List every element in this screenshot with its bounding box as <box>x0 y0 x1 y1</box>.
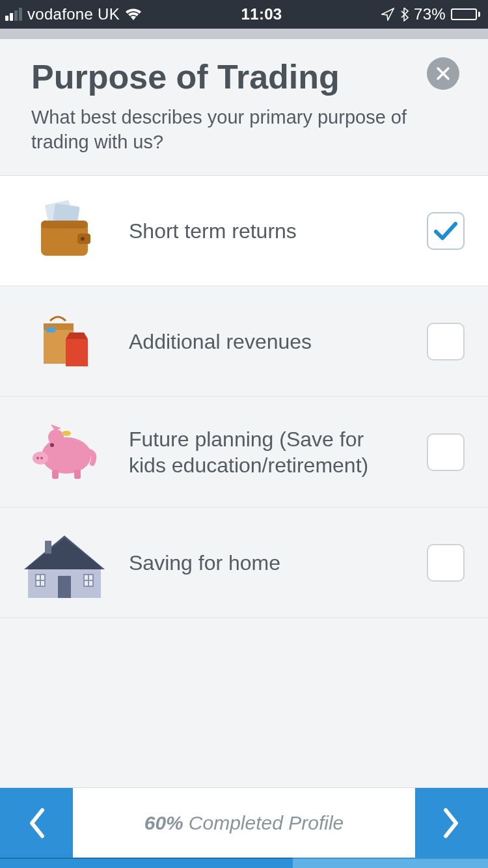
battery-pct: 73% <box>414 5 446 23</box>
svg-rect-24 <box>58 576 71 598</box>
close-icon <box>436 66 450 81</box>
svg-point-5 <box>81 237 85 241</box>
blank-area <box>0 618 488 787</box>
option-additional-revenues[interactable]: Additional revenues <box>0 286 488 397</box>
signal-icon <box>5 8 22 21</box>
svg-point-18 <box>62 431 71 436</box>
svg-rect-23 <box>45 541 51 554</box>
wifi-icon <box>125 8 142 21</box>
progress-text: Completed Profile <box>189 812 344 834</box>
svg-point-11 <box>42 437 91 474</box>
progress-bar <box>0 858 488 868</box>
checkbox[interactable] <box>427 323 465 360</box>
close-button[interactable] <box>427 57 459 90</box>
svg-rect-3 <box>41 221 88 228</box>
svg-point-19 <box>50 443 54 447</box>
next-button[interactable] <box>415 788 488 858</box>
svg-rect-17 <box>74 470 81 479</box>
option-future-planning[interactable]: Future planning (Save for kids education… <box>0 397 488 508</box>
option-label: Saving for home <box>129 550 411 576</box>
chevron-right-icon <box>441 806 463 840</box>
option-label: Future planning (Save for kids education… <box>129 426 411 478</box>
page-title: Purpose of Trading <box>31 57 457 96</box>
svg-rect-8 <box>46 327 55 332</box>
options-list: Short term returns Additional revenues <box>0 176 488 618</box>
checkbox[interactable] <box>427 433 465 471</box>
check-icon <box>433 221 458 241</box>
option-saving-for-home[interactable]: Saving for home <box>0 508 488 618</box>
status-left: vodafone UK <box>5 5 142 23</box>
wallet-icon <box>16 192 113 270</box>
page-header: Purpose of Trading What best describes y… <box>0 39 488 176</box>
progress-fill <box>0 858 293 868</box>
shopping-bags-icon <box>16 303 113 381</box>
battery-icon <box>451 8 480 20</box>
bluetooth-icon <box>400 7 409 21</box>
svg-point-15 <box>40 457 43 459</box>
status-time: 11:03 <box>142 5 381 23</box>
house-icon <box>16 524 113 602</box>
location-icon <box>381 8 394 21</box>
progress-rest <box>293 858 488 868</box>
svg-point-14 <box>36 457 39 459</box>
progress-label: 60% Completed Profile <box>73 788 415 858</box>
chevron-left-icon <box>25 806 47 840</box>
carrier-label: vodafone UK <box>27 5 120 23</box>
status-right: 73% <box>381 5 480 23</box>
checkbox[interactable] <box>427 544 465 582</box>
svg-point-12 <box>48 429 64 445</box>
progress-pct: 60% <box>144 812 183 834</box>
option-short-term-returns[interactable]: Short term returns <box>0 176 488 286</box>
svg-rect-16 <box>52 470 59 479</box>
piggy-bank-icon <box>16 413 113 491</box>
svg-marker-22 <box>28 538 101 569</box>
option-label: Additional revenues <box>129 329 411 355</box>
bottom-bar: 60% Completed Profile <box>0 787 488 858</box>
option-label: Short term returns <box>129 218 411 244</box>
back-button[interactable] <box>0 788 73 858</box>
svg-rect-9 <box>66 339 88 366</box>
status-bar: vodafone UK 11:03 73% <box>0 0 488 29</box>
divider <box>0 29 488 39</box>
page-subtitle: What best describes your primary purpose… <box>31 105 422 154</box>
svg-rect-1 <box>53 203 79 223</box>
checkbox[interactable] <box>427 212 465 250</box>
